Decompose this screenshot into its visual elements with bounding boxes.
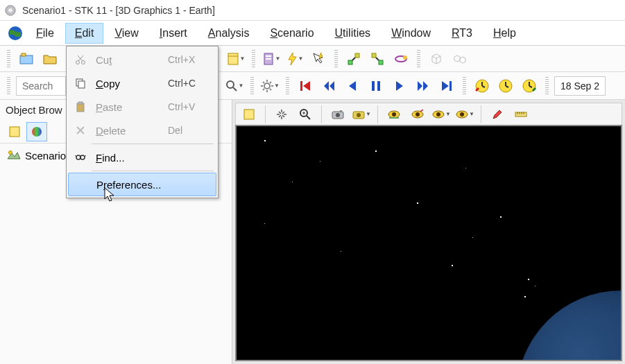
- notes-button[interactable]: ▼: [225, 49, 246, 69]
- menu-item-preferences[interactable]: Preferences...: [68, 173, 216, 196]
- svg-point-79: [80, 155, 85, 159]
- view-eye2-button[interactable]: [407, 104, 428, 125]
- report-button[interactable]: ▼: [261, 49, 282, 69]
- new-scenario-button[interactable]: [16, 49, 37, 69]
- menu-item-delete[interactable]: Delete Del: [68, 119, 216, 142]
- svg-rect-31: [450, 81, 452, 91]
- svg-rect-7: [266, 55, 271, 57]
- svg-rect-28: [300, 81, 302, 91]
- menu-scenario[interactable]: Scenario: [260, 23, 323, 44]
- camera-button[interactable]: [327, 104, 348, 125]
- step-forward-button[interactable]: [413, 76, 434, 96]
- zoom-dropdown-button[interactable]: ▼: [224, 76, 245, 96]
- grip[interactable]: [252, 50, 255, 68]
- svg-point-78: [76, 155, 80, 159]
- window-title: Scenario1 - STK 11 - [3D Graphics 1 - Ea…: [22, 5, 215, 16]
- svg-line-18: [233, 87, 237, 91]
- time-increase-button[interactable]: [519, 76, 540, 96]
- play-back-button[interactable]: [342, 76, 363, 96]
- cut-icon: [71, 54, 90, 65]
- menu-item-cut[interactable]: Cut Ctrl+X: [68, 48, 216, 71]
- animation-start-button[interactable]: [295, 76, 316, 96]
- menu-view[interactable]: View: [105, 23, 148, 44]
- draw-pencil-button[interactable]: [487, 104, 508, 125]
- menu-help[interactable]: Help: [483, 23, 526, 44]
- grip[interactable]: [334, 50, 338, 68]
- menu-edit[interactable]: Edit: [65, 23, 104, 44]
- grip[interactable]: [7, 77, 10, 95]
- menu-item-copy[interactable]: Copy Ctrl+C: [68, 71, 216, 95]
- gear-button[interactable]: ▼: [259, 76, 280, 96]
- search-input[interactable]: [17, 80, 65, 92]
- 3d-viewport[interactable]: [235, 125, 622, 361]
- menu-file[interactable]: File: [26, 23, 64, 44]
- tab-color-button[interactable]: [26, 122, 47, 141]
- tree-item-label: Scenario1: [25, 150, 72, 162]
- view-eye4-button[interactable]: ▼: [454, 104, 475, 125]
- date-text: 18 Sep 2: [560, 80, 599, 92]
- svg-line-27: [263, 89, 264, 90]
- edit-menu-dropdown: Cut Ctrl+X Copy Ctrl+C Paste Ctrl+V Dele…: [66, 46, 219, 198]
- cubes-button[interactable]: [450, 49, 470, 69]
- svg-line-24: [263, 82, 264, 83]
- ruler-button[interactable]: [511, 104, 531, 125]
- svg-line-70: [78, 55, 83, 61]
- tab-notes-button[interactable]: [4, 122, 25, 141]
- copy-icon: [71, 78, 90, 89]
- svg-rect-63: [515, 112, 526, 116]
- pan-button[interactable]: [271, 104, 292, 125]
- svg-rect-75: [78, 102, 83, 104]
- find-icon: [71, 153, 90, 162]
- zoom-in-button[interactable]: [295, 104, 316, 125]
- viewport-panel: ▼ ▼ ▼: [232, 100, 625, 364]
- grip[interactable]: [7, 50, 10, 68]
- view-eye3-button[interactable]: ▼: [431, 104, 452, 125]
- grip[interactable]: [286, 77, 289, 95]
- time-button[interactable]: [495, 76, 516, 96]
- menu-analysis[interactable]: Analysis: [198, 23, 259, 44]
- grip[interactable]: [417, 50, 420, 68]
- earth-globe: [517, 291, 622, 361]
- svg-point-50: [336, 113, 340, 117]
- grip[interactable]: [250, 77, 254, 95]
- menu-window[interactable]: Window: [382, 23, 440, 44]
- step-back-button[interactable]: [318, 76, 339, 96]
- pause-button[interactable]: [366, 76, 386, 96]
- vector-button[interactable]: [343, 49, 364, 69]
- date-field[interactable]: 18 Sep 2: [554, 76, 606, 96]
- globe-icon[interactable]: [6, 24, 25, 43]
- svg-rect-9: [348, 60, 352, 64]
- grip[interactable]: [545, 77, 549, 95]
- svg-line-14: [376, 58, 379, 60]
- play-forward-button[interactable]: [389, 76, 410, 96]
- grip[interactable]: [463, 77, 466, 95]
- menubar: File Edit View Insert Analysis Scenario …: [0, 21, 625, 46]
- menu-item-paste[interactable]: Paste Ctrl+V: [68, 95, 216, 119]
- svg-line-11: [352, 58, 355, 60]
- cube-button[interactable]: [426, 49, 447, 69]
- search-box[interactable]: [16, 76, 66, 96]
- menu-insert[interactable]: Insert: [150, 23, 197, 44]
- snapshot-button[interactable]: ▼: [351, 104, 372, 125]
- animation-end-button[interactable]: [436, 76, 457, 96]
- svg-point-62: [460, 112, 464, 116]
- menu-utilities[interactable]: Utilities: [325, 23, 381, 44]
- menu-item-find[interactable]: Find...: [68, 146, 216, 169]
- view-eye1-button[interactable]: [384, 104, 404, 125]
- time-decrease-button[interactable]: [472, 76, 493, 96]
- paste-icon: [71, 101, 90, 112]
- viewport-toolbar: ▼ ▼ ▼: [235, 103, 622, 125]
- orbit-button[interactable]: [391, 49, 411, 69]
- scenario-icon: [7, 149, 21, 162]
- svg-point-42: [32, 127, 42, 137]
- svg-point-43: [9, 151, 12, 155]
- menu-separator: [92, 144, 214, 144]
- menu-rt3[interactable]: RT3: [442, 23, 482, 44]
- vector2-button[interactable]: [367, 49, 388, 69]
- open-button[interactable]: [40, 49, 60, 69]
- title-bar: Scenario1 - STK 11 - [3D Graphics 1 - Ea…: [0, 0, 625, 21]
- vp-notes-button[interactable]: [239, 104, 259, 125]
- svg-line-71: [78, 55, 83, 61]
- lightning-button[interactable]: ▼: [284, 49, 305, 69]
- cursor-lightning-button[interactable]: [308, 49, 329, 69]
